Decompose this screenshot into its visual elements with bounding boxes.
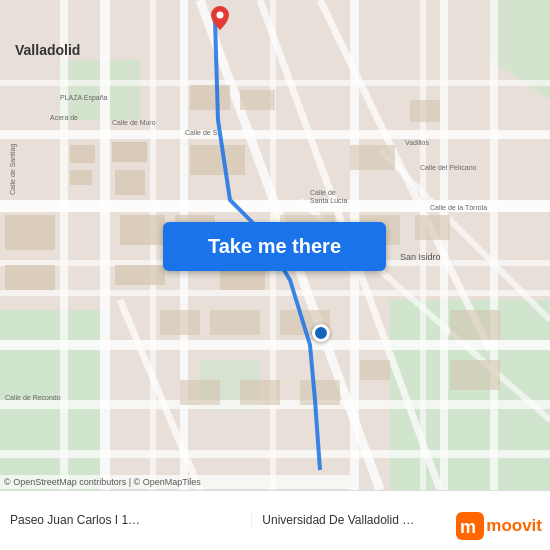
svg-text:Calle del Pelícano: Calle del Pelícano: [420, 164, 477, 171]
svg-rect-25: [420, 0, 426, 490]
svg-rect-47: [160, 310, 200, 335]
svg-rect-41: [350, 145, 395, 170]
svg-rect-18: [440, 0, 448, 490]
svg-rect-32: [70, 170, 92, 185]
svg-rect-50: [300, 380, 340, 405]
svg-rect-35: [190, 145, 245, 175]
svg-text:Valladolid: Valladolid: [15, 42, 80, 58]
svg-rect-54: [5, 215, 55, 250]
svg-rect-49: [240, 380, 280, 405]
moovit-logo: m moovit: [456, 512, 542, 540]
svg-text:Vadillos: Vadillos: [405, 139, 429, 146]
take-me-there-button[interactable]: Take me there: [163, 222, 386, 271]
from-location: Paseo Juan Carlos I 1…: [0, 512, 252, 529]
svg-text:San Isidro: San Isidro: [400, 252, 441, 262]
destination-pin: [211, 6, 229, 34]
svg-text:Calle de S.: Calle de S.: [185, 129, 219, 136]
svg-text:m: m: [460, 517, 476, 537]
svg-rect-29: [112, 142, 147, 162]
svg-text:Calle de Muro: Calle de Muro: [112, 119, 156, 126]
svg-text:Calle de: Calle de: [310, 189, 336, 196]
moovit-icon: m: [456, 512, 484, 540]
svg-rect-48: [180, 380, 220, 405]
svg-rect-19: [490, 0, 498, 490]
current-location-dot: [312, 324, 330, 342]
svg-rect-52: [450, 310, 500, 340]
from-label: Paseo Juan Carlos I 1…: [10, 512, 241, 529]
svg-rect-34: [240, 90, 275, 110]
svg-text:PLAZA España: PLAZA España: [60, 94, 108, 102]
svg-rect-15: [60, 0, 68, 490]
svg-text:Acera de: Acera de: [50, 114, 78, 121]
moovit-text: moovit: [486, 516, 542, 536]
map-container: Calle de Santiag Calle de Santa Lucía Ca…: [0, 0, 550, 490]
bottom-bar: Paseo Juan Carlos I 1… Universidad De Va…: [0, 490, 550, 550]
svg-text:Calle de la Tórrola: Calle de la Tórrola: [430, 204, 487, 211]
svg-rect-33: [190, 85, 230, 110]
svg-text:Calle de Recondo: Calle de Recondo: [5, 394, 61, 401]
svg-rect-38: [115, 265, 165, 285]
svg-rect-51: [360, 360, 390, 380]
svg-rect-42: [410, 100, 440, 122]
svg-rect-53: [450, 360, 500, 390]
svg-rect-31: [70, 145, 95, 163]
svg-rect-44: [415, 215, 450, 240]
svg-rect-55: [5, 265, 55, 290]
svg-point-69: [217, 12, 224, 19]
svg-text:Calle de Santiag: Calle de Santiag: [9, 144, 17, 195]
svg-rect-30: [115, 170, 145, 195]
svg-rect-14: [100, 0, 110, 490]
map-attribution: © OpenStreetMap contributors | © OpenMap…: [0, 475, 350, 489]
svg-rect-36: [120, 215, 165, 245]
svg-rect-46: [210, 310, 260, 335]
svg-text:Santa Lucía: Santa Lucía: [310, 197, 347, 204]
